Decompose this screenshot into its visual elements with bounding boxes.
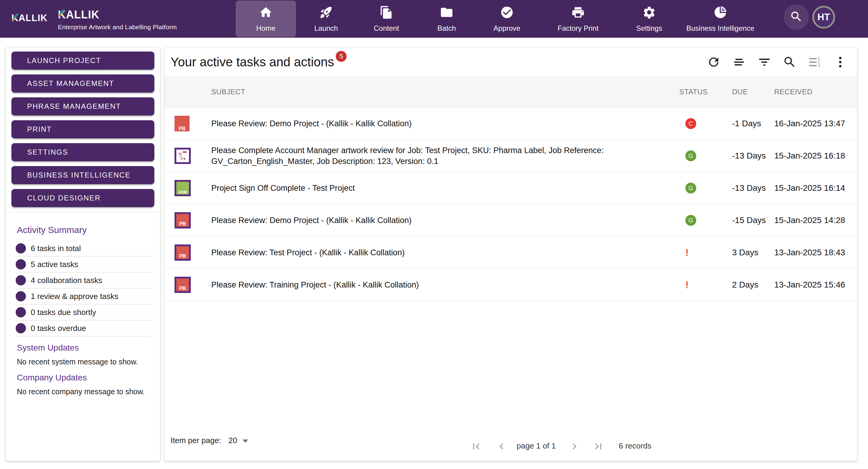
- refresh-icon[interactable]: [707, 55, 721, 69]
- pb-tile-icon: PB: [175, 212, 191, 228]
- sidebar-button-asset-management[interactable]: ASSET MANAGEMENT: [11, 74, 154, 93]
- nav-label: Launch: [314, 24, 338, 33]
- activity-summary-item[interactable]: 4 collaboration tasks: [16, 273, 151, 288]
- sort-lines-icon[interactable]: [732, 55, 746, 69]
- page-title: Your active tasks and actions: [170, 55, 334, 69]
- adm-tile-icon: ADM: [175, 180, 191, 196]
- items-per-page-select[interactable]: 20: [228, 436, 248, 445]
- task-due: 2 Days: [726, 280, 768, 290]
- activity-summary-item[interactable]: 1 review & approve tasks: [16, 288, 151, 305]
- activity-summary-label: 5 active tasks: [31, 260, 79, 269]
- activity-summary-title: Activity Summary: [17, 225, 160, 235]
- sidebar-divider: [6, 212, 160, 212]
- task-row[interactable]: PBPlease Review: Training Project - (Kal…: [164, 269, 857, 301]
- sidebar-button-settings[interactable]: SETTINGS: [11, 143, 154, 161]
- numbered-list-icon[interactable]: 123: [808, 55, 822, 69]
- kebab-menu-icon[interactable]: [833, 55, 847, 69]
- activity-summary-item[interactable]: 0 tasks due shortly: [16, 305, 151, 320]
- task-subject: Project Sign Off Complete - Test Project: [211, 183, 673, 193]
- task-subject: Please Review: Demo Project - (Kallik - …: [211, 215, 673, 226]
- sidebar-button-cloud-designer[interactable]: CLOUD DESIGNER: [11, 189, 154, 207]
- nav-item-factory-print[interactable]: Factory Print: [537, 1, 619, 37]
- task-due: 3 Days: [726, 248, 768, 257]
- task-subject: Please Complete Account Manager artwork …: [211, 145, 673, 167]
- nav-item-home[interactable]: Home: [236, 1, 296, 37]
- nav-item-launch[interactable]: Launch: [296, 1, 356, 37]
- nav-label: Home: [256, 24, 276, 33]
- rocket-icon: [319, 5, 333, 21]
- task-row[interactable]: PBPlease Review: Demo Project - (Kallik …: [164, 107, 857, 140]
- svg-text:3: 3: [818, 63, 820, 67]
- page-indicator: page 1 of 1: [517, 441, 556, 450]
- check-circle-icon: [500, 5, 514, 21]
- task-row[interactable]: Please Complete Account Manager artwork …: [164, 140, 857, 172]
- task-received: 13-Jan-2025 15:46: [768, 280, 857, 290]
- task-subject: Please Review: Training Project - (Kalli…: [211, 279, 673, 290]
- system-updates-title: System Updates: [17, 343, 160, 353]
- task-due: -1 Days: [726, 119, 768, 128]
- task-received: 13-Jan-2025 18:43: [768, 248, 857, 257]
- task-received: 15-Jan-2025 16:14: [768, 183, 857, 193]
- sidebar-button-phrase-management[interactable]: PHRASE MANAGEMENT: [11, 97, 154, 116]
- table-header-row: SUBJECT STATUS DUE RECEIVED: [164, 76, 857, 107]
- task-status-cell: C: [673, 118, 726, 129]
- bullet-icon: [16, 243, 26, 253]
- chevron-down-icon: [243, 439, 248, 443]
- pb-tile-icon: PB: [175, 277, 191, 293]
- home-icon: [259, 5, 273, 21]
- last-page-button[interactable]: [592, 440, 604, 452]
- company-updates-message: No recent company message to show.: [17, 387, 160, 396]
- nav-item-batch[interactable]: Batch: [416, 1, 477, 37]
- column-header-subject[interactable]: SUBJECT: [211, 88, 673, 96]
- activity-summary-label: 0 tasks overdue: [31, 324, 86, 333]
- task-due: -13 Days: [726, 151, 768, 161]
- task-row[interactable]: PBPlease Review: Test Project - (Kallik …: [164, 237, 857, 269]
- filter-icon[interactable]: [757, 55, 772, 69]
- nav-label: Approve: [493, 24, 520, 33]
- next-page-button[interactable]: [568, 440, 581, 452]
- status-alert-icon: !: [685, 247, 689, 258]
- column-header-status[interactable]: STATUS: [673, 88, 726, 96]
- activity-summary-item[interactable]: 5 active tasks: [16, 256, 151, 273]
- task-row[interactable]: ADMProject Sign Off Complete - Test Proj…: [164, 172, 857, 205]
- table-search-icon[interactable]: [782, 55, 797, 69]
- table-toolbar: 123: [707, 55, 847, 69]
- previous-page-button[interactable]: [495, 440, 507, 452]
- nav-label: Factory Print: [558, 24, 598, 33]
- sidebar: LAUNCH PROJECTASSET MANAGEMENTPHRASE MAN…: [5, 47, 160, 461]
- activity-summary-item[interactable]: 6 tasks in total: [16, 241, 151, 256]
- sidebar-button-business-intelligence[interactable]: BUSINESS INTELLIGENCE: [11, 166, 154, 184]
- nav-item-settings[interactable]: Settings: [619, 1, 679, 37]
- activity-summary-label: 0 tasks due shortly: [31, 308, 96, 317]
- tasks-panel-header: Your active tasks and actions 5 123: [164, 48, 857, 76]
- status-circle-c: C: [685, 118, 696, 129]
- gear-icon: [642, 5, 656, 21]
- nav-item-approve[interactable]: Approve: [477, 1, 537, 37]
- bullet-icon: [16, 323, 26, 333]
- task-count-badge: 5: [336, 51, 347, 62]
- task-status-cell: G: [673, 150, 726, 161]
- search-icon: [789, 10, 803, 24]
- task-received: 15-Jan-2025 16:18: [768, 151, 857, 161]
- avatar[interactable]: HT: [812, 6, 835, 29]
- table-body: PBPlease Review: Demo Project - (Kallik …: [164, 107, 857, 301]
- printer-icon: [571, 5, 585, 21]
- sidebar-button-print[interactable]: PRINT: [11, 120, 154, 138]
- task-due: -13 Days: [726, 183, 768, 193]
- column-header-due[interactable]: DUE: [726, 88, 768, 96]
- activity-summary-list: 6 tasks in total5 active tasks4 collabor…: [6, 241, 160, 336]
- items-per-page-value: 20: [228, 436, 237, 445]
- task-row[interactable]: PBPlease Review: Demo Project - (Kallik …: [164, 205, 857, 237]
- first-page-button[interactable]: [470, 440, 482, 452]
- pb-tile-icon: PB: [175, 245, 191, 261]
- app-root: KALLIK KALLIK Enterprise Artwork and Lab…: [0, 0, 868, 469]
- nav-label: Batch: [437, 24, 456, 33]
- column-header-received[interactable]: RECEIVED: [768, 88, 857, 96]
- sidebar-button-launch-project[interactable]: LAUNCH PROJECT: [11, 52, 154, 70]
- nav-item-business-intelligence[interactable]: Business Intelligence: [679, 1, 761, 37]
- global-search-button[interactable]: [784, 4, 809, 30]
- activity-summary-item[interactable]: 0 tasks overdue: [16, 320, 151, 336]
- status-circle-g: G: [685, 150, 696, 161]
- sidebar-button-list: LAUNCH PROJECTASSET MANAGEMENTPHRASE MAN…: [6, 52, 160, 207]
- nav-item-content[interactable]: Content: [356, 1, 416, 37]
